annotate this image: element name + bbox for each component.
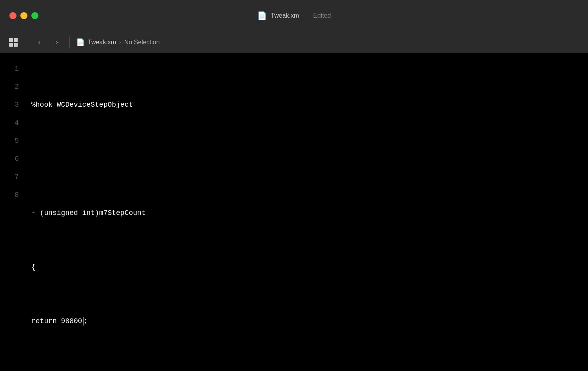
editor-area[interactable]: 1 2 3 4 5 6 7 8 %hook WCDeviceStepObject… <box>0 53 588 371</box>
code-text: { <box>31 258 36 276</box>
code-line-1: %hook WCDeviceStepObject <box>31 96 580 114</box>
line-number-4: 4 <box>5 114 19 132</box>
code-text-after-cursor: ; <box>83 312 88 330</box>
line-number-7: 7 <box>5 168 19 186</box>
code-text: - (unsigned int)m7StepCount <box>31 204 146 222</box>
code-editor[interactable]: %hook WCDeviceStepObject - (unsigned int… <box>24 53 588 371</box>
title-separator: — <box>303 12 309 19</box>
document-icon: 📄 <box>257 11 267 20</box>
code-line-5: return 98800; <box>31 312 580 330</box>
line-number-6: 6 <box>5 150 19 168</box>
code-line-4: { <box>31 258 580 276</box>
chevron-right-icon: › <box>55 37 58 47</box>
maximize-button[interactable] <box>31 12 38 19</box>
line-number-1: 1 <box>5 60 19 78</box>
breadcrumb-selection: No Selection <box>124 39 160 46</box>
breadcrumb-filename[interactable]: Tweak.xm <box>88 39 116 46</box>
forward-button[interactable]: › <box>51 36 63 49</box>
line-number-2: 2 <box>5 78 19 96</box>
code-text: return 98800 <box>31 312 82 330</box>
title-filename: Tweak.xm <box>271 12 299 19</box>
back-button[interactable]: ‹ <box>33 36 46 49</box>
line-numbers: 1 2 3 4 5 6 7 8 <box>0 53 24 371</box>
code-line-2 <box>31 150 580 168</box>
window-title: 📄 Tweak.xm — Edited <box>257 11 331 20</box>
code-text <box>31 150 36 168</box>
toolbar-divider <box>27 37 27 48</box>
title-edited-label: Edited <box>313 12 331 19</box>
code-line-3: - (unsigned int)m7StepCount <box>31 204 580 222</box>
toolbar: ‹ › 📄 Tweak.xm › No Selection <box>0 31 588 53</box>
line-number-5: 5 <box>5 132 19 150</box>
breadcrumb-doc-icon: 📄 <box>76 38 85 47</box>
title-bar: 📄 Tweak.xm — Edited <box>0 0 588 31</box>
code-text: %hook WCDeviceStepObject <box>31 96 133 114</box>
window-controls <box>9 12 38 19</box>
chevron-left-icon: ‹ <box>38 37 41 47</box>
breadcrumb: 📄 Tweak.xm › No Selection <box>76 38 160 47</box>
code-text: } <box>31 366 36 371</box>
toolbar-divider-2 <box>69 37 70 48</box>
breadcrumb-chevron-icon: › <box>119 39 121 45</box>
grid-view-button[interactable] <box>6 35 20 49</box>
line-number-3: 3 <box>5 96 19 114</box>
line-number-8: 8 <box>5 186 19 204</box>
code-line-6: } <box>31 366 580 371</box>
grid-icon <box>9 38 18 47</box>
minimize-button[interactable] <box>20 12 27 19</box>
close-button[interactable] <box>9 12 16 19</box>
